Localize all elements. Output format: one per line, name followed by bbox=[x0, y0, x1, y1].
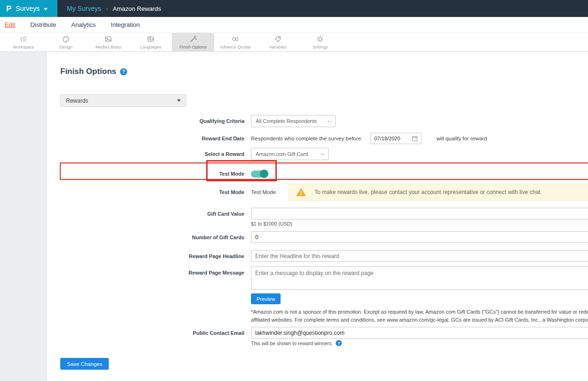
disclaimer-line-1: *Amazon.com is not a sponsor of this pro… bbox=[251, 308, 588, 316]
finish-options-panel: Finish Options ? Rewards Qualifying Crit… bbox=[47, 52, 588, 381]
reward-page-headline-input[interactable] bbox=[251, 250, 588, 262]
reward-page-headline-label: Reward Page Headline bbox=[47, 253, 244, 259]
select-reward-value: Amazon.com Gift Card bbox=[256, 151, 308, 157]
reward-page-headline-row: Reward Page Headline bbox=[47, 250, 588, 262]
save-changes-button[interactable]: Save Changes bbox=[60, 358, 109, 370]
test-mode-warning-banner: ! To make rewards live, please contact y… bbox=[289, 184, 588, 201]
number-of-gift-cards-input[interactable] bbox=[251, 231, 588, 243]
test-mode-status-label: Test Mode bbox=[47, 189, 244, 195]
page-title: Finish Options ? bbox=[60, 67, 588, 76]
reward-end-date-value: 07/18/2020 bbox=[374, 136, 400, 141]
number-of-gift-cards-row: Number of Gift Cards bbox=[47, 231, 588, 243]
chevron-down-icon bbox=[321, 151, 324, 155]
languages-translate-icon: A bbox=[146, 35, 155, 43]
finish-options-wand-icon bbox=[189, 35, 197, 43]
advance-quotas-links-icon bbox=[231, 35, 240, 43]
surveys-product-menu[interactable]: P Surveys bbox=[0, 0, 57, 17]
number-of-gift-cards-label: Number of Gift Cards bbox=[47, 235, 244, 240]
page-title-text: Finish Options bbox=[60, 67, 116, 76]
qualifying-criteria-value: All Complete Respondents bbox=[256, 118, 317, 124]
test-mode-toggle-row: Test Mode bbox=[47, 170, 588, 178]
reward-page-message-label: Reward Page Message bbox=[47, 266, 244, 276]
breadcrumb-separator: › bbox=[106, 5, 108, 12]
help-icon[interactable]: ? bbox=[336, 340, 342, 346]
toolbar-item-label: Settings bbox=[313, 45, 328, 49]
edit-toolbar: Workspace Design Media Library A Languag… bbox=[0, 32, 588, 52]
workspace-list-icon bbox=[19, 35, 28, 43]
toggle-knob bbox=[260, 170, 268, 178]
toolbar-item-media-library[interactable]: Media Library bbox=[87, 33, 129, 51]
nav-tab-analytics[interactable]: Analytics bbox=[71, 21, 103, 28]
test-mode-toggle-label: Test Mode bbox=[47, 171, 244, 177]
select-reward-row: Select a Reward Amazon.com Gift Card bbox=[47, 148, 588, 160]
breadcrumb-current-survey: Amazon Rewards bbox=[113, 5, 161, 12]
toolbar-item-design[interactable]: Design bbox=[45, 33, 87, 51]
toolbar-item-label: Workspace bbox=[13, 45, 34, 49]
chevron-down-icon bbox=[328, 118, 331, 122]
test-mode-status-value: Test Mode bbox=[251, 189, 276, 195]
qualifying-criteria-select[interactable]: All Complete Respondents bbox=[251, 115, 336, 127]
questionpro-logo: P bbox=[6, 5, 11, 13]
toolbar-item-label: Advance Quotas bbox=[220, 45, 251, 49]
left-gutter bbox=[0, 52, 47, 381]
qualifying-criteria-row: Qualifying Criteria All Complete Respond… bbox=[47, 115, 588, 127]
gift-card-value-helper: $1 to $1000 (USD) bbox=[251, 221, 588, 227]
settings-gear-icon bbox=[316, 35, 324, 43]
warning-icon: ! bbox=[296, 187, 306, 197]
public-contact-email-label: Public Contact Email bbox=[47, 330, 244, 336]
chevron-down-icon bbox=[177, 99, 181, 102]
topbar: P Surveys My Surveys › Amazon Rewards bbox=[0, 0, 588, 17]
toolbar-item-label: Variables bbox=[269, 45, 287, 49]
select-reward-label: Select a Reward bbox=[47, 151, 244, 157]
help-icon[interactable]: ? bbox=[120, 68, 127, 75]
reward-page-message-textarea[interactable] bbox=[251, 266, 588, 290]
survey-section-nav: Edit Distribute Analytics Integration bbox=[0, 17, 588, 32]
toolbar-item-finish-options[interactable]: Finish Options bbox=[172, 33, 214, 51]
svg-text:!: ! bbox=[300, 190, 302, 196]
questionpro-app: P Surveys My Surveys › Amazon Rewards Ed… bbox=[0, 0, 588, 381]
public-contact-email-input[interactable] bbox=[251, 327, 588, 339]
preview-button[interactable]: Preview bbox=[251, 293, 281, 304]
gift-card-value-row: Gift Card Value bbox=[47, 208, 588, 219]
svg-text:A: A bbox=[151, 38, 153, 41]
reward-end-date-input[interactable]: 07/18/2020 bbox=[371, 133, 421, 144]
toolbar-item-variables[interactable]: Variables bbox=[257, 33, 299, 51]
amazon-disclaimer: *Amazon.com is not a sponsor of this pro… bbox=[251, 308, 588, 324]
media-library-image-icon bbox=[104, 35, 113, 43]
rewards-form: Qualifying Criteria All Complete Respond… bbox=[47, 115, 588, 370]
reward-end-date-label: Reward End Date bbox=[47, 136, 244, 141]
toolbar-item-languages[interactable]: A Languages bbox=[129, 33, 172, 51]
toolbar-item-label: Finish Options bbox=[179, 45, 207, 49]
toolbar-item-settings[interactable]: Settings bbox=[299, 33, 341, 51]
chevron-down-icon bbox=[44, 8, 48, 10]
warning-text: To make rewards live, please contact you… bbox=[314, 189, 542, 195]
breadcrumb-my-surveys[interactable]: My Surveys bbox=[67, 5, 101, 12]
reward-end-date-suffix: will qualify for reward bbox=[436, 136, 487, 141]
qualifying-criteria-label: Qualifying Criteria bbox=[47, 118, 244, 124]
public-contact-email-helper-text: This will be shown to reward winners. bbox=[251, 340, 333, 346]
variables-tag-icon bbox=[274, 35, 282, 43]
finish-option-type-value: Rewards bbox=[66, 97, 88, 104]
public-contact-email-helper: This will be shown to reward winners. ? bbox=[251, 340, 588, 346]
disclaimer-line-2: affiliated websites. For complete terms … bbox=[251, 316, 588, 324]
toolbar-item-advance-quotas[interactable]: Advance Quotas bbox=[214, 33, 257, 51]
design-palette-icon bbox=[62, 35, 70, 43]
toolbar-item-label: Media Library bbox=[96, 45, 121, 49]
gift-card-value-input[interactable] bbox=[251, 208, 588, 219]
nav-tab-distribute[interactable]: Distribute bbox=[30, 21, 64, 28]
gift-card-value-helper-text: $1 to $1000 (USD) bbox=[251, 221, 292, 227]
reward-end-date-prefix: Respondents who complete the survey befo… bbox=[251, 136, 361, 141]
nav-tab-integration[interactable]: Integration bbox=[111, 21, 147, 28]
calendar-icon bbox=[412, 136, 418, 141]
surveys-menu-label: Surveys bbox=[16, 5, 40, 12]
finish-option-type-dropdown[interactable]: Rewards bbox=[60, 94, 186, 107]
test-mode-status-row: Test Mode Test Mode ! To make rewards li… bbox=[47, 184, 588, 201]
reward-end-date-row: Reward End Date Respondents who complete… bbox=[47, 133, 588, 144]
toolbar-item-workspace[interactable]: Workspace bbox=[2, 33, 45, 51]
toolbar-item-label: Design bbox=[59, 45, 72, 49]
toolbar-item-label: Languages bbox=[140, 45, 161, 49]
test-mode-toggle[interactable] bbox=[251, 170, 268, 178]
reward-page-message-row: Reward Page Message bbox=[47, 266, 588, 290]
select-reward-select[interactable]: Amazon.com Gift Card bbox=[251, 148, 329, 160]
nav-tab-edit[interactable]: Edit bbox=[5, 21, 23, 28]
